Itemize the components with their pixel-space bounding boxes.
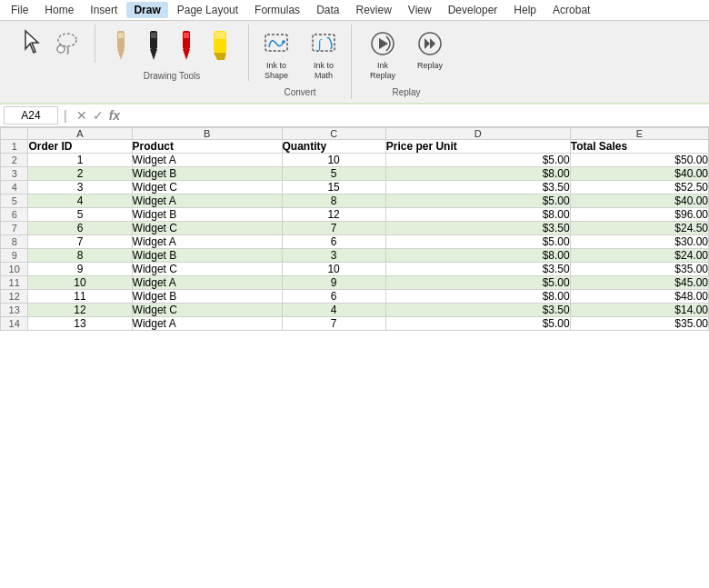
cell-B13[interactable]: Widget C	[132, 303, 282, 316]
cell-E3[interactable]: $40.00	[570, 166, 708, 180]
cell-B10[interactable]: Widget C	[132, 262, 282, 275]
cell-C3[interactable]: 5	[282, 166, 385, 180]
select-tool-button[interactable]	[18, 26, 47, 61]
col-header-c[interactable]: C	[282, 127, 385, 139]
cell-B9[interactable]: Widget B	[132, 248, 282, 262]
cell-E2[interactable]: $50.00	[570, 153, 708, 166]
cell-C2[interactable]: 10	[282, 153, 385, 166]
cell-E4[interactable]: $52.50	[570, 180, 708, 194]
menu-help[interactable]: Help	[506, 2, 544, 18]
cell-e1[interactable]: Total Sales	[570, 139, 708, 153]
cell-B6[interactable]: Widget B	[132, 207, 282, 221]
cell-d1[interactable]: Price per Unit	[385, 139, 570, 153]
ink-replay-button[interactable]: InkReplay	[363, 26, 403, 84]
pen-yellow-button[interactable]	[205, 26, 237, 67]
formula-cancel-icon[interactable]: ✕	[76, 108, 87, 123]
cell-C7[interactable]: 7	[282, 221, 385, 234]
cell-C5[interactable]: 8	[282, 194, 385, 207]
col-header-b[interactable]: B	[132, 127, 282, 139]
cell-E11[interactable]: $45.00	[570, 275, 708, 289]
cell-B14[interactable]: Widget A	[132, 316, 282, 330]
cell-D9[interactable]: $8.00	[385, 248, 570, 262]
cell-C10[interactable]: 10	[282, 262, 385, 275]
replay-button[interactable]: Replay	[410, 26, 450, 74]
cell-D7[interactable]: $3.50	[385, 221, 570, 234]
menu-file[interactable]: File	[4, 2, 35, 18]
col-header-a[interactable]: A	[28, 127, 132, 139]
formula-input[interactable]	[127, 107, 705, 124]
cell-E6[interactable]: $96.00	[570, 207, 708, 221]
cell-A11[interactable]: 10	[28, 275, 132, 289]
ink-to-shape-button[interactable]: Ink toShape	[256, 26, 296, 84]
menu-data[interactable]: Data	[309, 2, 346, 18]
menu-insert[interactable]: Insert	[83, 2, 125, 18]
cell-reference-input[interactable]	[4, 106, 58, 125]
cell-C9[interactable]: 3	[282, 248, 385, 262]
cell-E13[interactable]: $14.00	[570, 303, 708, 316]
cell-b1[interactable]: Product	[132, 139, 282, 153]
cell-B3[interactable]: Widget B	[132, 166, 282, 180]
cell-B7[interactable]: Widget C	[132, 221, 282, 234]
cell-D4[interactable]: $3.50	[385, 180, 570, 194]
cell-E14[interactable]: $35.00	[570, 316, 708, 330]
cell-A4[interactable]: 3	[28, 180, 132, 194]
cell-B4[interactable]: Widget C	[132, 180, 282, 194]
cell-A9[interactable]: 8	[28, 248, 132, 262]
cell-A8[interactable]: 7	[28, 234, 132, 248]
pen-beige-button[interactable]	[106, 26, 135, 67]
cell-C14[interactable]: 7	[282, 316, 385, 330]
cell-A2[interactable]: 1	[28, 153, 132, 166]
col-header-e[interactable]: E	[570, 127, 708, 139]
cell-C4[interactable]: 15	[282, 180, 385, 194]
col-header-d[interactable]: D	[385, 127, 570, 139]
cell-D13[interactable]: $3.50	[385, 303, 570, 316]
cell-C13[interactable]: 4	[282, 303, 385, 316]
cell-A13[interactable]: 12	[28, 303, 132, 316]
menu-view[interactable]: View	[401, 2, 439, 18]
cell-D14[interactable]: $5.00	[385, 316, 570, 330]
cell-D8[interactable]: $5.00	[385, 234, 570, 248]
cell-D2[interactable]: $5.00	[385, 153, 570, 166]
cell-C11[interactable]: 9	[282, 275, 385, 289]
lasso-tool-button[interactable]	[51, 26, 84, 61]
menu-review[interactable]: Review	[348, 2, 398, 18]
cell-c1[interactable]: Quantity	[282, 139, 385, 153]
cell-a1[interactable]: Order ID	[28, 139, 132, 153]
cell-D11[interactable]: $5.00	[385, 275, 570, 289]
cell-B2[interactable]: Widget A	[132, 153, 282, 166]
cell-C6[interactable]: 12	[282, 207, 385, 221]
pen-black-button[interactable]	[139, 26, 168, 67]
cell-A3[interactable]: 2	[28, 166, 132, 180]
formula-confirm-icon[interactable]: ✓	[93, 108, 104, 123]
cell-A10[interactable]: 9	[28, 262, 132, 275]
menu-formulas[interactable]: Formulas	[247, 2, 307, 18]
cell-E8[interactable]: $30.00	[570, 234, 708, 248]
cell-E9[interactable]: $24.00	[570, 248, 708, 262]
menu-acrobat[interactable]: Acrobat	[545, 2, 597, 18]
cell-B12[interactable]: Widget B	[132, 289, 282, 303]
cell-E12[interactable]: $48.00	[570, 289, 708, 303]
cell-D5[interactable]: $5.00	[385, 194, 570, 207]
cell-E10[interactable]: $35.00	[570, 262, 708, 275]
menu-home[interactable]: Home	[37, 2, 81, 18]
cell-D10[interactable]: $3.50	[385, 262, 570, 275]
cell-A7[interactable]: 6	[28, 221, 132, 234]
cell-D3[interactable]: $8.00	[385, 166, 570, 180]
cell-A14[interactable]: 13	[28, 316, 132, 330]
menu-draw[interactable]: Draw	[126, 2, 167, 18]
menu-developer[interactable]: Developer	[441, 2, 505, 18]
cell-C8[interactable]: 6	[282, 234, 385, 248]
formula-function-icon[interactable]: fx	[109, 108, 120, 123]
cell-B5[interactable]: Widget A	[132, 194, 282, 207]
cell-E5[interactable]: $40.00	[570, 194, 708, 207]
cell-B8[interactable]: Widget A	[132, 234, 282, 248]
cell-A6[interactable]: 5	[28, 207, 132, 221]
cell-C12[interactable]: 6	[282, 289, 385, 303]
cell-D6[interactable]: $8.00	[385, 207, 570, 221]
ink-to-math-button[interactable]: ∫ Ink toMath	[304, 26, 344, 84]
cell-A12[interactable]: 11	[28, 289, 132, 303]
cell-A5[interactable]: 4	[28, 194, 132, 207]
menu-page-layout[interactable]: Page Layout	[170, 2, 245, 18]
cell-D12[interactable]: $8.00	[385, 289, 570, 303]
cell-E7[interactable]: $24.50	[570, 221, 708, 234]
